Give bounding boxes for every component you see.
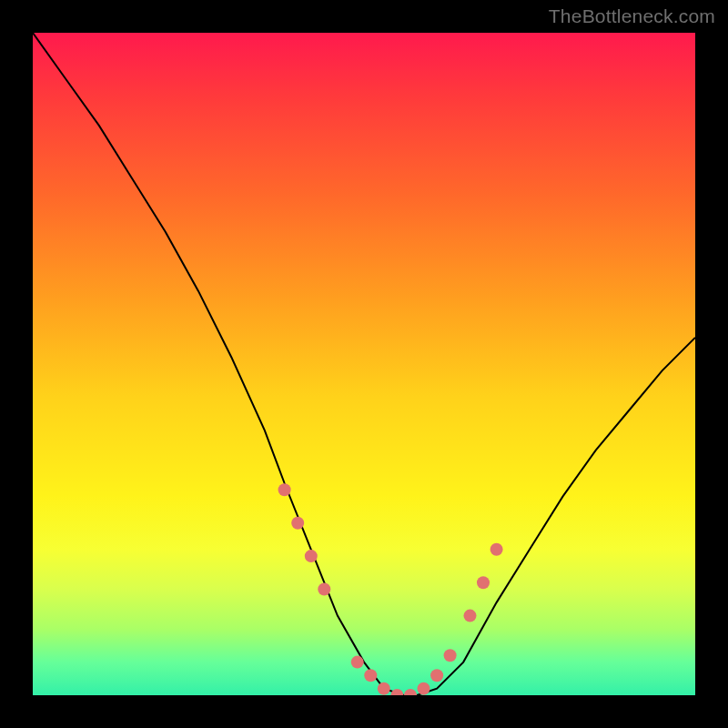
highlight-marker <box>404 689 417 695</box>
bottleneck-curve <box>33 33 695 695</box>
highlight-marker <box>305 550 318 562</box>
highlight-marker <box>477 576 490 589</box>
curve-layer <box>33 33 695 695</box>
highlight-marker <box>318 583 330 596</box>
watermark-text: TheBottleneck.com <box>549 5 715 27</box>
highlight-marker <box>364 669 377 682</box>
plot-area <box>33 33 695 695</box>
highlight-marker <box>430 669 443 682</box>
chart-frame: TheBottleneck.com <box>0 0 728 728</box>
highlight-marker <box>464 610 477 622</box>
highlight-marker <box>291 517 304 530</box>
highlight-marker <box>444 649 457 662</box>
highlight-marker <box>418 682 430 695</box>
highlight-marker <box>390 689 403 695</box>
highlight-marker <box>378 682 390 695</box>
highlight-marker <box>490 543 503 556</box>
highlight-marker <box>351 656 364 669</box>
highlight-marker <box>278 483 291 496</box>
